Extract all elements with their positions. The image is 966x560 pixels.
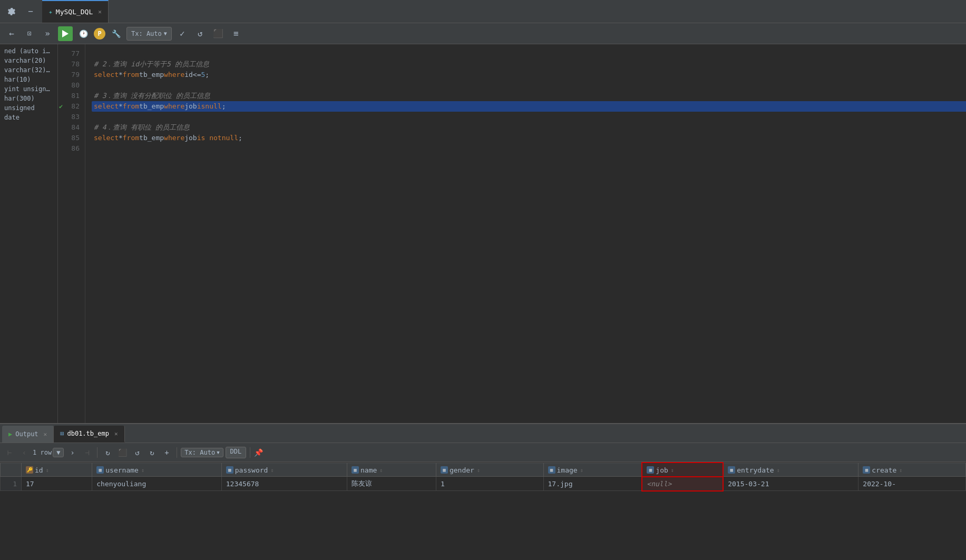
tx-chevron-icon: ▼ bbox=[217, 450, 219, 455]
name-sort-icon: ⇕ bbox=[379, 467, 383, 473]
cell-entrydate: 2015-03-21 bbox=[723, 477, 858, 491]
cell-id: 17 bbox=[22, 477, 92, 491]
output-tab-close[interactable]: ✕ bbox=[44, 431, 47, 438]
sidebar-line-5: yint unsigned bbox=[4, 84, 53, 94]
grid-icon[interactable]: ≡ bbox=[229, 26, 243, 41]
image-sort-icon: ⇕ bbox=[580, 467, 583, 473]
tab-output[interactable]: ▶ Output ✕ bbox=[2, 426, 54, 443]
svg-marker-0 bbox=[62, 30, 69, 37]
col-header-image[interactable]: ▦ image ⇕ bbox=[543, 463, 642, 477]
row-count: 1 row bbox=[33, 449, 52, 456]
add-row-button[interactable]: + bbox=[160, 446, 173, 459]
line-77: 77 bbox=[58, 48, 85, 59]
last-row-button[interactable]: ⊣ bbox=[81, 446, 93, 459]
col-header-username[interactable]: ▦ username ⇕ bbox=[92, 463, 221, 477]
code-line-81: # 3．查询 没有分配职位 的员工信息 bbox=[94, 91, 966, 101]
username-col-icon: ▦ bbox=[96, 466, 104, 474]
tab-mysql-dql[interactable]: ✦ MySQL_DQL ✕ bbox=[42, 0, 109, 23]
col-header-entrydate[interactable]: ▦ entrydate ⇕ bbox=[723, 463, 858, 477]
run-button[interactable] bbox=[58, 26, 73, 41]
code-line-85: select * from tb_emp where job is not nu… bbox=[94, 133, 966, 143]
code-content[interactable]: # 2．查询 id小于等于5 的员工信息 select * from tb_em… bbox=[85, 44, 966, 423]
stop-button[interactable]: ⬛ bbox=[116, 446, 129, 459]
more-icon[interactable]: » bbox=[40, 26, 55, 41]
line-84: 84 bbox=[58, 122, 85, 133]
line-numbers: 77 78 79 80 81 ✔ 82 83 84 85 86 bbox=[58, 44, 85, 423]
history-icon[interactable]: 🕐 bbox=[76, 26, 91, 41]
table-tab-label: db01.tb_emp bbox=[67, 430, 109, 437]
back-icon[interactable]: ← bbox=[4, 26, 19, 41]
next-row-button[interactable]: › bbox=[66, 446, 79, 459]
pin-icon[interactable]: 📌 bbox=[254, 448, 263, 457]
code-line-80 bbox=[94, 80, 966, 91]
editor-area[interactable]: 77 78 79 80 81 ✔ 82 83 84 85 86 # 2．查询 i… bbox=[58, 44, 966, 423]
job-sort-icon: ⇕ bbox=[671, 467, 674, 473]
view-icon[interactable]: ⊡ bbox=[22, 26, 37, 41]
wrench-icon[interactable]: 🔧 bbox=[109, 26, 123, 41]
col-header-gender[interactable]: ▦ gender ⇕ bbox=[436, 463, 543, 477]
line-83: 83 bbox=[58, 112, 85, 122]
sidebar-line-7: unsigned bbox=[4, 103, 53, 113]
col-header-create[interactable]: ▦ create ⇕ bbox=[858, 463, 966, 477]
table-row[interactable]: 1 17 chenyouliang 12345678 陈友谅 1 17.jpg … bbox=[1, 477, 966, 491]
sidebar-line-2: varchar(20) bbox=[4, 56, 53, 65]
commit-icon[interactable]: ✓ bbox=[175, 26, 190, 41]
sidebar-line-6: har(300) bbox=[4, 94, 53, 103]
job-col-icon: ▦ bbox=[647, 466, 654, 474]
refresh-button[interactable]: ↻ bbox=[101, 446, 114, 459]
entrydate-sort-icon: ⇕ bbox=[777, 467, 780, 473]
row-dropdown[interactable]: ▼ bbox=[53, 448, 64, 457]
tab-tb-emp[interactable]: ⊞ db01.tb_emp ✕ bbox=[54, 426, 124, 443]
minimize-icon[interactable]: − bbox=[23, 4, 38, 19]
create-col-icon: ▦ bbox=[863, 466, 870, 474]
col-header-name[interactable]: ▦ name ⇕ bbox=[347, 463, 436, 477]
code-line-84: # 4．查询 有职位 的员工信息 bbox=[94, 122, 966, 133]
code-line-77 bbox=[94, 48, 966, 59]
undo-button[interactable]: ↺ bbox=[131, 446, 143, 459]
line-78: 78 bbox=[58, 59, 85, 70]
code-line-78: # 2．查询 id小于等于5 的员工信息 bbox=[94, 59, 966, 70]
cell-name: 陈友谅 bbox=[347, 477, 436, 491]
line-80: 80 bbox=[58, 80, 85, 91]
query-toolbar: ← ⊡ » 🕐 P 🔧 Tx: Auto ▼ ✓ ↺ ⬛ ≡ bbox=[0, 23, 966, 44]
settings-icon[interactable] bbox=[4, 4, 19, 19]
check-icon: ✔ bbox=[59, 101, 63, 112]
rollback-icon[interactable]: ↺ bbox=[193, 26, 208, 41]
row-num-1: 1 bbox=[1, 477, 22, 491]
results-table-container[interactable]: 🔑 id ⇕ ▦ username ⇕ bbox=[0, 462, 966, 560]
gender-sort-icon: ⇕ bbox=[477, 467, 480, 473]
line-79: 79 bbox=[58, 70, 85, 80]
table-tab-close[interactable]: ✕ bbox=[114, 430, 118, 437]
prev-row-button[interactable]: ‹ bbox=[18, 446, 31, 459]
col-header-rownum bbox=[1, 463, 22, 477]
stop-icon[interactable]: ⬛ bbox=[211, 26, 226, 41]
output-tab-label: Output bbox=[15, 430, 38, 438]
cell-password: 12345678 bbox=[221, 477, 347, 491]
table-tab-icon: ⊞ bbox=[60, 430, 64, 437]
line-86: 86 bbox=[58, 143, 85, 154]
sep-3 bbox=[250, 447, 250, 458]
id-sort-icon: ⇕ bbox=[46, 467, 49, 473]
sidebar-panel: ned (auto incr varchar(20) varchar(32) =… bbox=[0, 44, 58, 423]
cell-job: <null> bbox=[642, 477, 723, 491]
col-header-id[interactable]: 🔑 id ⇕ bbox=[22, 463, 92, 477]
tx-dropdown[interactable]: Tx: Auto ▼ bbox=[126, 27, 172, 41]
password-sort-icon: ⇕ bbox=[270, 467, 274, 473]
sidebar-line-4: har(10) bbox=[4, 75, 53, 84]
top-toolbar: − ✦ MySQL_DQL ✕ bbox=[0, 0, 966, 23]
code-line-83 bbox=[94, 112, 966, 122]
password-col-icon: ▦ bbox=[226, 466, 233, 474]
tab-close-icon[interactable]: ✕ bbox=[98, 8, 102, 15]
profile-icon[interactable]: P bbox=[94, 28, 105, 40]
col-header-job[interactable]: ▦ job ⇕ bbox=[642, 463, 723, 477]
main-area: ned (auto incr varchar(20) varchar(32) =… bbox=[0, 44, 966, 423]
sidebar-line-8: date bbox=[4, 113, 53, 122]
col-header-password[interactable]: ▦ password ⇕ bbox=[221, 463, 347, 477]
ddl-button[interactable]: DDL bbox=[226, 447, 247, 458]
redo-button[interactable]: ↻ bbox=[145, 446, 158, 459]
image-col-icon: ▦ bbox=[548, 466, 555, 474]
first-row-button[interactable]: ⊢ bbox=[3, 446, 16, 459]
id-col-icon: 🔑 bbox=[26, 466, 33, 474]
tx-auto-dropdown[interactable]: Tx: Auto ▼ bbox=[181, 448, 223, 457]
bottom-toolbar: ⊢ ‹ 1 row ▼ › ⊣ ↻ ⬛ ↺ ↻ + Tx: Auto ▼ DDL… bbox=[0, 443, 966, 462]
